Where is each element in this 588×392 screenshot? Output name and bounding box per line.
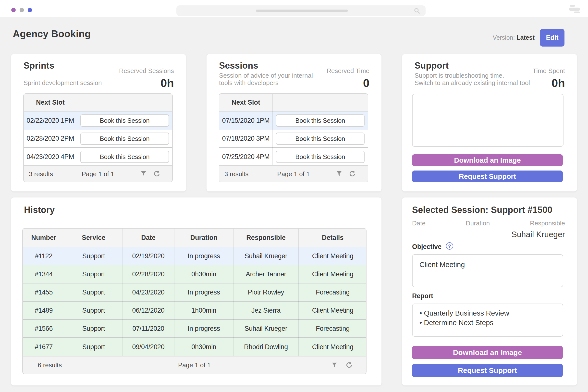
objective-value: Client Meeting xyxy=(420,261,465,269)
edit-button[interactable]: Edit xyxy=(540,29,564,46)
download-image-button[interactable]: Download an Image xyxy=(412,154,563,166)
window-dot-gray[interactable] xyxy=(20,8,24,12)
sessions-title: Sessions xyxy=(219,60,258,71)
version-value: Latest xyxy=(516,34,534,41)
support-title: Support xyxy=(414,60,448,71)
sprints-row-3[interactable]: 04/23/2020 4PM Book this Session xyxy=(24,148,172,166)
cell-number: #1344 xyxy=(23,265,65,283)
cell-responsible: Jez Sierra xyxy=(234,302,298,319)
window-menu-icon[interactable] xyxy=(570,5,580,13)
download-image-button[interactable]: Download an Image xyxy=(412,346,563,359)
cell-duration: 1h00min xyxy=(174,302,234,319)
responsible-label: Responsible xyxy=(490,220,565,227)
cell-responsible: Suhail Krueger xyxy=(234,320,298,337)
objective-textbox[interactable]: Client Meeting xyxy=(412,254,563,287)
history-row[interactable]: #1455 Support 04/23/2020 In progress Pio… xyxy=(23,284,366,302)
history-row[interactable]: #1566 Support 07/11/2020 In progress Suh… xyxy=(23,320,366,338)
book-session-button[interactable]: Book this Session xyxy=(80,132,169,145)
cell-number: #1566 xyxy=(23,320,65,337)
window-dot-purple[interactable] xyxy=(11,8,16,12)
cell-date: 06/12/2020 xyxy=(122,302,174,319)
cell-details: Client Meeting xyxy=(298,338,367,356)
cell-service: Support xyxy=(65,265,122,283)
sessions-table-header: Next Slot xyxy=(219,94,368,112)
menu-bar xyxy=(570,8,580,11)
sprints-col-next-slot[interactable]: Next Slot xyxy=(24,99,77,106)
history-col-number[interactable]: Number xyxy=(23,234,65,242)
cell-duration: In progress xyxy=(174,284,234,301)
history-row[interactable]: #1677 Support 09/04/2020 0h30min Rhodri … xyxy=(23,338,366,356)
column-divider xyxy=(234,228,234,374)
slot-date: 04/23/2020 4PM xyxy=(24,148,77,166)
subtitle-line-2: Switch to an already existing internal t… xyxy=(414,79,530,86)
history-col-duration[interactable]: Duration xyxy=(174,234,234,242)
filter-icon[interactable] xyxy=(331,362,338,369)
history-row[interactable]: #1122 Support 02/19/2020 In progress Suh… xyxy=(23,247,366,265)
cell-date: 04/23/2020 xyxy=(122,284,174,301)
cell-service: Support xyxy=(65,284,122,301)
cell-date: 07/11/2020 xyxy=(122,320,174,337)
column-divider xyxy=(298,228,299,374)
cell-details: Forecasting xyxy=(298,284,367,301)
support-textarea[interactable] xyxy=(412,94,564,147)
subtitle-line-1: Session of advice of your internal xyxy=(219,72,313,79)
book-session-button[interactable]: Book this Session xyxy=(276,114,364,127)
column-divider xyxy=(65,228,65,374)
history-col-service[interactable]: Service xyxy=(65,234,122,242)
book-session-button[interactable]: Book this Session xyxy=(276,132,364,145)
filter-icon[interactable] xyxy=(336,170,343,178)
sessions-row-2[interactable]: 07/18/2020 3PM Book this Session xyxy=(219,130,368,148)
window-dot-indigo[interactable] xyxy=(28,8,32,12)
refresh-icon[interactable] xyxy=(153,170,160,178)
sprints-row-2[interactable]: 02/28/2020 2PM Book this Session xyxy=(24,130,172,148)
menu-bar xyxy=(570,5,575,6)
cell-responsible: Rhodri Dowling xyxy=(234,338,298,356)
sprints-page-indicator: Page 1 of 1 xyxy=(24,170,172,178)
history-table-header: Number Service Date Duration Responsible… xyxy=(23,228,366,247)
history-col-date[interactable]: Date xyxy=(122,234,174,242)
cell-number: #1122 xyxy=(23,247,65,265)
sessions-row-1[interactable]: 07/15/2020 1PM Book this Session xyxy=(219,112,368,130)
responsible-value: Suhail Krueger xyxy=(466,230,565,239)
filter-icon[interactable] xyxy=(140,170,147,178)
history-row[interactable]: #1344 Support 02/28/2020 0h30min Archer … xyxy=(23,265,366,284)
address-search-bar[interactable] xyxy=(176,6,426,16)
sprints-title: Sprints xyxy=(24,60,54,71)
sessions-col-next-slot[interactable]: Next Slot xyxy=(219,99,272,106)
request-support-button[interactable]: Request Support xyxy=(412,170,563,182)
history-col-details[interactable]: Details xyxy=(298,234,367,242)
sprints-row-1[interactable]: 02/22/2020 1PM Book this Session xyxy=(24,112,172,130)
cell-service: Support xyxy=(65,338,122,356)
cell-number: #1677 xyxy=(23,338,65,356)
cell-date: 02/19/2020 xyxy=(122,247,174,265)
history-table-footer: 6 results Page 1 of 1 xyxy=(23,356,366,374)
cell-duration: 0h30min xyxy=(174,338,234,356)
help-icon[interactable]: ? xyxy=(446,242,453,250)
sessions-row-3[interactable]: 07/25/2020 4PM Book this Session xyxy=(219,148,368,166)
version-label: Version: xyxy=(493,34,515,41)
history-col-responsible[interactable]: Responsible xyxy=(234,234,298,242)
cell-date: 02/28/2020 xyxy=(122,265,174,283)
cell-details: Forecasting xyxy=(298,320,367,337)
cell-service: Support xyxy=(65,302,122,319)
cell-details: Client Meeting xyxy=(298,265,367,283)
history-row[interactable]: #1489 Support 06/12/2020 1h00min Jez Sie… xyxy=(23,302,366,320)
book-session-button[interactable]: Book this Session xyxy=(80,151,169,163)
request-support-button[interactable]: Request Support xyxy=(412,364,563,377)
page-title: Agency Booking xyxy=(13,28,91,40)
menu-bar xyxy=(574,12,580,13)
refresh-icon[interactable] xyxy=(346,362,353,369)
book-session-button[interactable]: Book this Session xyxy=(80,114,169,127)
subtitle-line-2: tools with developers xyxy=(219,79,278,86)
history-table: Number Service Date Duration Responsible… xyxy=(22,228,366,374)
cell-number: #1455 xyxy=(23,284,65,301)
book-session-button[interactable]: Book this Session xyxy=(276,151,364,163)
subtitle-line-1: Support is troubleshooting time. xyxy=(414,72,504,79)
column-divider xyxy=(122,228,123,374)
sprints-table-footer: 3 results Page 1 of 1 xyxy=(24,166,172,182)
refresh-icon[interactable] xyxy=(349,170,356,178)
report-box[interactable]: • Quarterly Business Review • Determine … xyxy=(412,304,563,337)
sessions-table: Next Slot 07/15/2020 1PM Book this Sessi… xyxy=(219,93,368,182)
search-icon[interactable] xyxy=(414,8,420,14)
address-placeholder-line xyxy=(256,10,348,12)
